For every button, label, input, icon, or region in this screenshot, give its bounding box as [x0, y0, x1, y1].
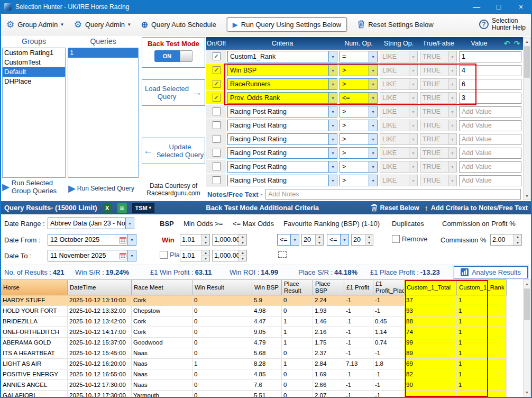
results-column-header[interactable]: £1 Profit_Plac: [373, 279, 405, 295]
spin-up-icon[interactable]: ▲: [316, 234, 323, 240]
scroll-up-icon[interactable]: ▲: [524, 280, 530, 287]
results-row[interactable]: ABERAMA GOLD2025-10-12 15:37:00Goodwood0…: [1, 338, 507, 348]
add-criteria-button[interactable]: ↑ Add Criteria to Notes/Free Text: [425, 204, 528, 212]
results-column-header[interactable]: Win BSP: [252, 279, 282, 295]
criteria-select[interactable]: Racing Post Rating▾: [227, 133, 337, 145]
criteria-select[interactable]: RaceRunners▾: [227, 78, 337, 90]
num-op-select[interactable]: >▾: [340, 120, 378, 131]
results-column-header[interactable]: Win Result: [192, 279, 252, 295]
tsm-menu[interactable]: TSM ▾: [132, 203, 154, 213]
results-column-header[interactable]: Place Result: [282, 279, 313, 295]
fav-rank-op1-select[interactable]: <= ▾: [277, 234, 299, 246]
results-column-header[interactable]: Custom_1_Total: [405, 279, 457, 295]
maximize-button[interactable]: □: [488, 0, 510, 14]
spinner-buttons[interactable]: ▲▼: [239, 250, 246, 261]
results-column-header[interactable]: Horse: [1, 279, 68, 295]
spin-down-icon[interactable]: ▼: [239, 256, 246, 261]
minimize-button[interactable]: —: [465, 0, 488, 14]
scroll-down-icon[interactable]: ▼: [524, 192, 530, 200]
results-scrollbar[interactable]: ▲ ▼: [523, 279, 531, 396]
criteria-select[interactable]: Racing Post Rating▾: [227, 120, 337, 131]
num-op-select[interactable]: <=▾: [340, 92, 378, 104]
selection-box-icon[interactable]: [278, 251, 287, 258]
spin-up-icon[interactable]: ▲: [202, 234, 209, 240]
group-item[interactable]: Default: [3, 67, 65, 77]
criteria-select[interactable]: Custom1_Rank▾: [227, 51, 337, 62]
spinner-buttons[interactable]: ▲▼: [201, 250, 209, 261]
criteria-checkbox[interactable]: [213, 162, 221, 170]
num-op-select[interactable]: >▾: [340, 78, 378, 90]
notes-input[interactable]: Add Notes: [265, 189, 521, 200]
spin-up-icon[interactable]: ▲: [202, 250, 209, 256]
criteria-value-input[interactable]: 1: [459, 51, 521, 62]
results-row[interactable]: ANNIES ANGEL2025-10-12 17:30:00Naas07.60…: [1, 380, 507, 391]
groups-list[interactable]: Custom Rating1CustomTestDefaultDHPlace: [2, 48, 66, 178]
criteria-select[interactable]: Racing Post Rating▾: [227, 147, 337, 159]
num-op-select[interactable]: >▾: [340, 161, 378, 173]
results-row[interactable]: ONEFORTHEDITCH2025-10-12 14:17:00Cork09.…: [1, 327, 507, 338]
results-column-header[interactable]: Race Meet: [132, 279, 192, 295]
results-row[interactable]: HARDY STUFF2025-10-12 13:10:00Cork05.902…: [1, 295, 507, 306]
undo-icon[interactable]: ↶: [504, 39, 510, 48]
export-icon[interactable]: ≣: [117, 203, 127, 213]
reset-settings-button[interactable]: Reset Settings Below: [357, 20, 434, 29]
date-from-picker[interactable]: 12 October 2025 ▾: [48, 234, 136, 246]
num-op-select[interactable]: >▾: [340, 147, 378, 159]
results-column-header[interactable]: Custom_1_Rank: [457, 279, 507, 295]
scroll-down-icon[interactable]: ▼: [524, 388, 530, 396]
criteria-select[interactable]: Racing Post Rating▾: [227, 161, 337, 173]
spin-up-icon[interactable]: ▲: [514, 234, 521, 240]
checkbox-icon[interactable]: [160, 251, 168, 259]
load-selected-query-button[interactable]: Load SelectedQuery →: [142, 79, 205, 106]
spin-up-icon[interactable]: ▲: [365, 234, 373, 240]
results-row[interactable]: ITS A HEARTBEAT2025-10-12 15:45:00Naas05…: [1, 348, 507, 359]
results-column-header[interactable]: £1 Profit: [344, 279, 373, 295]
scrollbar-track[interactable]: [524, 45, 530, 192]
criteria-checkbox[interactable]: ✓: [213, 66, 221, 74]
num-op-select[interactable]: >▾: [340, 106, 378, 117]
date-range-select[interactable]: Abbrev Data (Jan 23 - Now) ▾: [48, 218, 134, 229]
criteria-checkbox[interactable]: [213, 107, 221, 115]
results-row[interactable]: LIGHT AS AIR2025-10-12 16:20:00Naas18.28…: [1, 359, 507, 369]
spin-down-icon[interactable]: ▼: [202, 240, 209, 246]
criteria-checkbox[interactable]: [213, 149, 221, 157]
criteria-checkbox[interactable]: [213, 176, 221, 184]
num-op-select[interactable]: =▾: [340, 51, 378, 62]
query-item[interactable]: 1: [68, 48, 138, 58]
criteria-select[interactable]: Racing Post Rating▾: [227, 175, 337, 186]
spin-up-icon[interactable]: ▲: [239, 250, 246, 256]
scrollbar-thumb[interactable]: [524, 46, 530, 78]
spin-down-icon[interactable]: ▼: [514, 240, 521, 246]
criteria-value-input[interactable]: Add Value: [459, 106, 521, 117]
close-button[interactable]: ×: [510, 0, 532, 14]
results-row[interactable]: POSITIVE ENERGY2025-10-12 16:55:00Naas04…: [1, 369, 507, 380]
queries-list[interactable]: 1: [68, 48, 139, 178]
group-admin-menu[interactable]: ⚙ Group Admin ▾: [6, 20, 63, 29]
chevron-down-icon[interactable]: ▾: [127, 234, 136, 245]
spin-down-icon[interactable]: ▼: [316, 240, 323, 246]
remove-duplicates-checkbox[interactable]: Remove: [392, 235, 427, 243]
criteria-value-input[interactable]: Add Value: [459, 120, 521, 131]
results-row[interactable]: BRIDEZILLA2025-10-12 13:42:00Cork04.4711…: [1, 316, 507, 327]
criteria-value-input[interactable]: Add Value: [459, 134, 521, 145]
spin-down-icon[interactable]: ▼: [239, 240, 246, 246]
run-query-button[interactable]: ▶ Run Query Using Settings Below: [227, 17, 347, 32]
help-button[interactable]: ? SelectionHunter Help: [479, 17, 526, 31]
criteria-value-input[interactable]: Add Value: [459, 148, 521, 159]
scrollbar-track[interactable]: [524, 287, 530, 388]
checkbox-icon[interactable]: [392, 235, 400, 243]
criteria-value-input[interactable]: 6: [459, 79, 521, 90]
criteria-value-input[interactable]: Add Value: [459, 161, 521, 173]
fav-rank-max-spinner[interactable]: 20 ▲▼: [351, 234, 373, 246]
spinner-buttons[interactable]: ▲▼: [201, 234, 209, 245]
num-op-select[interactable]: >▾: [340, 65, 378, 76]
results-row[interactable]: GALAFIORI2025-10-12 17:30:00Yarmouth05.5…: [1, 391, 507, 398]
criteria-select[interactable]: Win BSP▾: [227, 65, 337, 76]
criteria-value-input[interactable]: 3: [459, 93, 521, 104]
place-min-odds-spinner[interactable]: 1.01 ▲▼: [180, 250, 210, 261]
chevron-down-icon[interactable]: ▾: [125, 218, 134, 229]
back-test-toggle[interactable]: ON: [154, 50, 192, 62]
group-item[interactable]: Custom Rating1: [3, 48, 65, 58]
chevron-down-icon[interactable]: ▾: [290, 234, 299, 245]
reset-below-button[interactable]: Reset Below: [371, 204, 419, 212]
